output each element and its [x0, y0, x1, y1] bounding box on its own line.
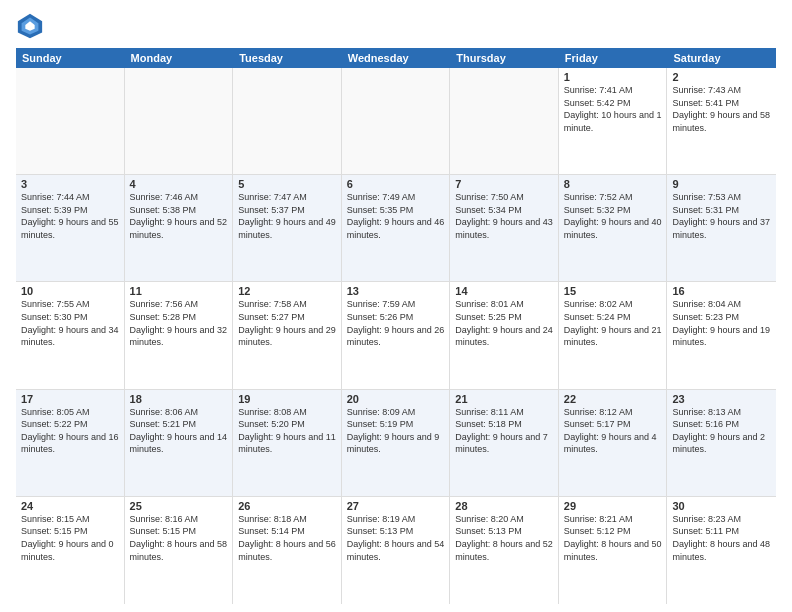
day-number: 4 — [130, 178, 228, 190]
cal-cell: 28Sunrise: 8:20 AM Sunset: 5:13 PM Dayli… — [450, 497, 559, 604]
cal-cell: 20Sunrise: 8:09 AM Sunset: 5:19 PM Dayli… — [342, 390, 451, 496]
day-number: 13 — [347, 285, 445, 297]
cal-cell: 10Sunrise: 7:55 AM Sunset: 5:30 PM Dayli… — [16, 282, 125, 388]
header — [16, 12, 776, 40]
cal-cell: 7Sunrise: 7:50 AM Sunset: 5:34 PM Daylig… — [450, 175, 559, 281]
cell-info: Sunrise: 8:02 AM Sunset: 5:24 PM Dayligh… — [564, 298, 662, 348]
cell-info: Sunrise: 8:11 AM Sunset: 5:18 PM Dayligh… — [455, 406, 553, 456]
cell-info: Sunrise: 8:05 AM Sunset: 5:22 PM Dayligh… — [21, 406, 119, 456]
page: SundayMondayTuesdayWednesdayThursdayFrid… — [0, 0, 792, 612]
cal-cell: 23Sunrise: 8:13 AM Sunset: 5:16 PM Dayli… — [667, 390, 776, 496]
cal-row-3: 10Sunrise: 7:55 AM Sunset: 5:30 PM Dayli… — [16, 282, 776, 389]
cell-info: Sunrise: 7:59 AM Sunset: 5:26 PM Dayligh… — [347, 298, 445, 348]
cell-info: Sunrise: 7:58 AM Sunset: 5:27 PM Dayligh… — [238, 298, 336, 348]
day-number: 18 — [130, 393, 228, 405]
header-day-thursday: Thursday — [450, 48, 559, 68]
cal-row-2: 3Sunrise: 7:44 AM Sunset: 5:39 PM Daylig… — [16, 175, 776, 282]
day-number: 24 — [21, 500, 119, 512]
cell-info: Sunrise: 8:23 AM Sunset: 5:11 PM Dayligh… — [672, 513, 771, 563]
cal-cell: 4Sunrise: 7:46 AM Sunset: 5:38 PM Daylig… — [125, 175, 234, 281]
cal-cell: 27Sunrise: 8:19 AM Sunset: 5:13 PM Dayli… — [342, 497, 451, 604]
cell-info: Sunrise: 7:49 AM Sunset: 5:35 PM Dayligh… — [347, 191, 445, 241]
cal-cell: 5Sunrise: 7:47 AM Sunset: 5:37 PM Daylig… — [233, 175, 342, 281]
day-number: 16 — [672, 285, 771, 297]
cal-cell: 1Sunrise: 7:41 AM Sunset: 5:42 PM Daylig… — [559, 68, 668, 174]
calendar-body: 1Sunrise: 7:41 AM Sunset: 5:42 PM Daylig… — [16, 68, 776, 604]
day-number: 29 — [564, 500, 662, 512]
cell-info: Sunrise: 8:09 AM Sunset: 5:19 PM Dayligh… — [347, 406, 445, 456]
day-number: 2 — [672, 71, 771, 83]
cal-row-5: 24Sunrise: 8:15 AM Sunset: 5:15 PM Dayli… — [16, 497, 776, 604]
cal-row-4: 17Sunrise: 8:05 AM Sunset: 5:22 PM Dayli… — [16, 390, 776, 497]
cell-info: Sunrise: 8:21 AM Sunset: 5:12 PM Dayligh… — [564, 513, 662, 563]
cell-info: Sunrise: 7:52 AM Sunset: 5:32 PM Dayligh… — [564, 191, 662, 241]
cal-row-1: 1Sunrise: 7:41 AM Sunset: 5:42 PM Daylig… — [16, 68, 776, 175]
cal-cell: 24Sunrise: 8:15 AM Sunset: 5:15 PM Dayli… — [16, 497, 125, 604]
cal-cell: 18Sunrise: 8:06 AM Sunset: 5:21 PM Dayli… — [125, 390, 234, 496]
day-number: 6 — [347, 178, 445, 190]
day-number: 17 — [21, 393, 119, 405]
cell-info: Sunrise: 7:47 AM Sunset: 5:37 PM Dayligh… — [238, 191, 336, 241]
day-number: 20 — [347, 393, 445, 405]
day-number: 1 — [564, 71, 662, 83]
day-number: 30 — [672, 500, 771, 512]
cal-cell: 21Sunrise: 8:11 AM Sunset: 5:18 PM Dayli… — [450, 390, 559, 496]
cal-cell: 9Sunrise: 7:53 AM Sunset: 5:31 PM Daylig… — [667, 175, 776, 281]
day-number: 8 — [564, 178, 662, 190]
logo-icon — [16, 12, 44, 40]
day-number: 28 — [455, 500, 553, 512]
day-number: 19 — [238, 393, 336, 405]
cell-info: Sunrise: 8:13 AM Sunset: 5:16 PM Dayligh… — [672, 406, 771, 456]
cell-info: Sunrise: 8:04 AM Sunset: 5:23 PM Dayligh… — [672, 298, 771, 348]
cal-cell: 26Sunrise: 8:18 AM Sunset: 5:14 PM Dayli… — [233, 497, 342, 604]
cal-cell — [16, 68, 125, 174]
day-number: 21 — [455, 393, 553, 405]
cal-cell: 22Sunrise: 8:12 AM Sunset: 5:17 PM Dayli… — [559, 390, 668, 496]
cell-info: Sunrise: 8:12 AM Sunset: 5:17 PM Dayligh… — [564, 406, 662, 456]
cal-cell: 29Sunrise: 8:21 AM Sunset: 5:12 PM Dayli… — [559, 497, 668, 604]
day-number: 14 — [455, 285, 553, 297]
day-number: 7 — [455, 178, 553, 190]
cal-cell — [342, 68, 451, 174]
cell-info: Sunrise: 7:43 AM Sunset: 5:41 PM Dayligh… — [672, 84, 771, 134]
cell-info: Sunrise: 8:01 AM Sunset: 5:25 PM Dayligh… — [455, 298, 553, 348]
cell-info: Sunrise: 8:16 AM Sunset: 5:15 PM Dayligh… — [130, 513, 228, 563]
day-number: 15 — [564, 285, 662, 297]
cal-cell: 14Sunrise: 8:01 AM Sunset: 5:25 PM Dayli… — [450, 282, 559, 388]
cal-cell: 19Sunrise: 8:08 AM Sunset: 5:20 PM Dayli… — [233, 390, 342, 496]
cell-info: Sunrise: 8:06 AM Sunset: 5:21 PM Dayligh… — [130, 406, 228, 456]
cell-info: Sunrise: 8:18 AM Sunset: 5:14 PM Dayligh… — [238, 513, 336, 563]
cell-info: Sunrise: 7:56 AM Sunset: 5:28 PM Dayligh… — [130, 298, 228, 348]
day-number: 10 — [21, 285, 119, 297]
cal-cell: 17Sunrise: 8:05 AM Sunset: 5:22 PM Dayli… — [16, 390, 125, 496]
day-number: 5 — [238, 178, 336, 190]
header-day-tuesday: Tuesday — [233, 48, 342, 68]
cell-info: Sunrise: 7:50 AM Sunset: 5:34 PM Dayligh… — [455, 191, 553, 241]
logo — [16, 12, 48, 40]
cal-cell: 6Sunrise: 7:49 AM Sunset: 5:35 PM Daylig… — [342, 175, 451, 281]
day-number: 9 — [672, 178, 771, 190]
day-number: 26 — [238, 500, 336, 512]
calendar-header: SundayMondayTuesdayWednesdayThursdayFrid… — [16, 48, 776, 68]
day-number: 11 — [130, 285, 228, 297]
header-day-friday: Friday — [559, 48, 668, 68]
cell-info: Sunrise: 7:44 AM Sunset: 5:39 PM Dayligh… — [21, 191, 119, 241]
cell-info: Sunrise: 8:15 AM Sunset: 5:15 PM Dayligh… — [21, 513, 119, 563]
day-number: 27 — [347, 500, 445, 512]
cal-cell: 2Sunrise: 7:43 AM Sunset: 5:41 PM Daylig… — [667, 68, 776, 174]
cal-cell: 15Sunrise: 8:02 AM Sunset: 5:24 PM Dayli… — [559, 282, 668, 388]
cal-cell: 12Sunrise: 7:58 AM Sunset: 5:27 PM Dayli… — [233, 282, 342, 388]
cell-info: Sunrise: 7:46 AM Sunset: 5:38 PM Dayligh… — [130, 191, 228, 241]
header-day-wednesday: Wednesday — [342, 48, 451, 68]
cal-cell: 8Sunrise: 7:52 AM Sunset: 5:32 PM Daylig… — [559, 175, 668, 281]
cal-cell: 13Sunrise: 7:59 AM Sunset: 5:26 PM Dayli… — [342, 282, 451, 388]
cal-cell: 3Sunrise: 7:44 AM Sunset: 5:39 PM Daylig… — [16, 175, 125, 281]
cell-info: Sunrise: 8:19 AM Sunset: 5:13 PM Dayligh… — [347, 513, 445, 563]
day-number: 22 — [564, 393, 662, 405]
cell-info: Sunrise: 8:20 AM Sunset: 5:13 PM Dayligh… — [455, 513, 553, 563]
cal-cell: 16Sunrise: 8:04 AM Sunset: 5:23 PM Dayli… — [667, 282, 776, 388]
cell-info: Sunrise: 7:41 AM Sunset: 5:42 PM Dayligh… — [564, 84, 662, 134]
day-number: 23 — [672, 393, 771, 405]
cell-info: Sunrise: 8:08 AM Sunset: 5:20 PM Dayligh… — [238, 406, 336, 456]
cal-cell: 11Sunrise: 7:56 AM Sunset: 5:28 PM Dayli… — [125, 282, 234, 388]
